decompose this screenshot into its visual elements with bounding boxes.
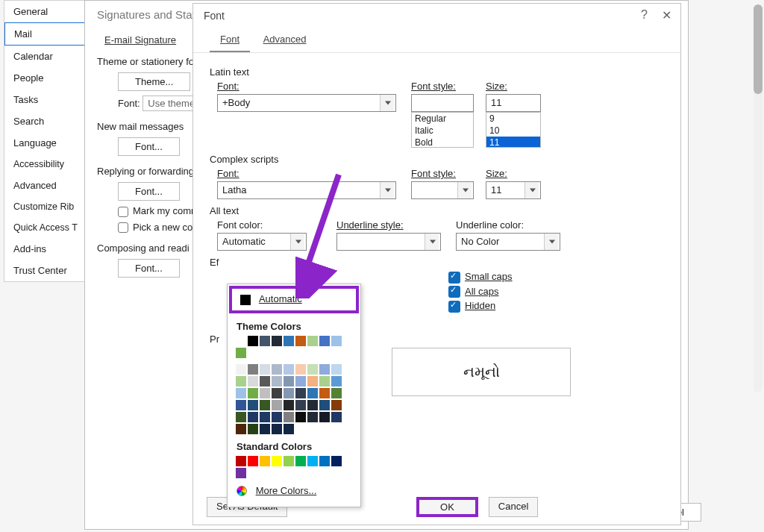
color-swatch[interactable] (236, 376, 246, 387)
color-swatch[interactable] (319, 412, 330, 422)
color-swatch[interactable] (331, 456, 342, 466)
color-swatch[interactable] (236, 412, 246, 422)
underline-style-combo[interactable] (336, 233, 441, 251)
all-caps-checkbox[interactable] (448, 286, 460, 298)
color-swatch[interactable] (260, 400, 270, 410)
small-caps-checkbox[interactable] (448, 272, 460, 284)
font-size-input[interactable]: 11 (486, 94, 541, 112)
color-swatch[interactable] (248, 424, 258, 434)
color-swatch[interactable] (284, 388, 294, 398)
color-swatch[interactable] (248, 364, 258, 375)
color-swatch[interactable] (248, 336, 258, 346)
pick-color-checkbox[interactable] (118, 222, 128, 233)
color-swatch[interactable] (295, 364, 306, 375)
color-swatch[interactable] (295, 376, 306, 387)
color-swatch[interactable] (284, 412, 294, 422)
font-color-combo[interactable]: Automatic (217, 233, 307, 251)
underline-color-combo[interactable]: No Color (456, 233, 560, 251)
color-swatch[interactable] (284, 336, 294, 346)
color-swatch[interactable] (260, 424, 270, 434)
color-swatch[interactable] (248, 412, 258, 422)
ok-button[interactable]: OK (416, 497, 478, 517)
color-swatch[interactable] (248, 388, 258, 398)
color-swatch[interactable] (319, 400, 330, 410)
more-colors-item[interactable]: More Colors... (228, 479, 360, 503)
color-swatch[interactable] (272, 412, 282, 422)
color-swatch[interactable] (307, 456, 318, 466)
color-swatch[interactable] (295, 388, 306, 398)
color-swatch[interactable] (260, 336, 270, 346)
color-swatch[interactable] (331, 400, 342, 410)
font-size-list[interactable]: 9 10 11 (486, 112, 541, 148)
color-swatch[interactable] (236, 348, 246, 358)
complex-size-combo[interactable]: 11 (486, 181, 541, 199)
color-swatch[interactable] (284, 400, 294, 410)
color-swatch[interactable] (284, 424, 294, 434)
tab-font[interactable]: Font (210, 28, 250, 52)
color-swatch[interactable] (331, 376, 342, 387)
new-mail-font-button[interactable]: Font... (118, 137, 180, 156)
color-swatch[interactable] (295, 336, 306, 346)
color-swatch[interactable] (272, 388, 282, 398)
color-swatch[interactable] (319, 336, 330, 346)
color-swatch[interactable] (331, 364, 342, 375)
tab-advanced[interactable]: Advanced (253, 28, 317, 51)
color-swatch[interactable] (319, 388, 330, 398)
color-swatch[interactable] (307, 376, 318, 387)
color-swatch[interactable] (272, 376, 282, 387)
color-swatch[interactable] (307, 336, 318, 346)
color-swatch[interactable] (307, 412, 318, 422)
font-combo[interactable]: +Body (217, 94, 396, 112)
color-swatch[interactable] (284, 456, 294, 466)
color-swatch[interactable] (260, 376, 270, 387)
scrollbar[interactable] (754, 4, 763, 392)
color-swatch[interactable] (236, 424, 246, 434)
color-swatch[interactable] (307, 364, 318, 375)
color-swatch[interactable] (236, 456, 246, 466)
color-swatch[interactable] (331, 388, 342, 398)
color-swatch[interactable] (272, 424, 282, 434)
color-swatch[interactable] (295, 412, 306, 422)
color-swatch[interactable] (319, 456, 330, 466)
reply-font-button[interactable]: Font... (118, 182, 180, 201)
color-swatch[interactable] (272, 400, 282, 410)
all-caps-label: All caps (465, 286, 499, 297)
color-swatch[interactable] (236, 388, 246, 398)
hidden-checkbox[interactable] (448, 301, 460, 313)
complex-style-combo[interactable] (411, 181, 474, 199)
color-swatch[interactable] (272, 364, 282, 375)
color-swatch[interactable] (260, 456, 270, 466)
color-swatch[interactable] (260, 412, 270, 422)
color-swatch[interactable] (236, 364, 246, 375)
color-swatch[interactable] (319, 376, 330, 387)
color-swatch[interactable] (248, 376, 258, 387)
color-swatch[interactable] (248, 456, 258, 466)
color-swatch[interactable] (331, 412, 342, 422)
scrollbar-thumb[interactable] (754, 4, 763, 94)
color-swatch[interactable] (236, 468, 246, 478)
color-swatch[interactable] (284, 364, 294, 375)
close-icon[interactable]: ✕ (662, 8, 671, 22)
color-swatch[interactable] (248, 400, 258, 410)
color-swatch[interactable] (272, 336, 282, 346)
color-swatch[interactable] (284, 376, 294, 387)
color-swatch[interactable] (295, 456, 306, 466)
mark-comments-checkbox[interactable] (118, 207, 128, 217)
cancel-button[interactable]: Cancel (489, 497, 538, 517)
color-swatch[interactable] (307, 400, 318, 410)
color-swatch[interactable] (260, 388, 270, 398)
font-style-input[interactable] (411, 94, 474, 112)
theme-button[interactable]: Theme... (118, 72, 190, 91)
color-swatch[interactable] (236, 400, 246, 410)
color-swatch[interactable] (295, 400, 306, 410)
color-swatch[interactable] (319, 364, 330, 375)
color-swatch[interactable] (272, 456, 282, 466)
compose-font-button[interactable]: Font... (118, 259, 180, 278)
tab-email-signature[interactable]: E-mail Signature (97, 31, 184, 48)
help-icon[interactable]: ? (641, 8, 648, 22)
font-style-list[interactable]: Regular Italic Bold (411, 112, 474, 148)
color-swatch[interactable] (331, 336, 342, 346)
color-swatch[interactable] (236, 336, 246, 346)
color-swatch[interactable] (260, 364, 270, 375)
color-swatch[interactable] (307, 388, 318, 398)
